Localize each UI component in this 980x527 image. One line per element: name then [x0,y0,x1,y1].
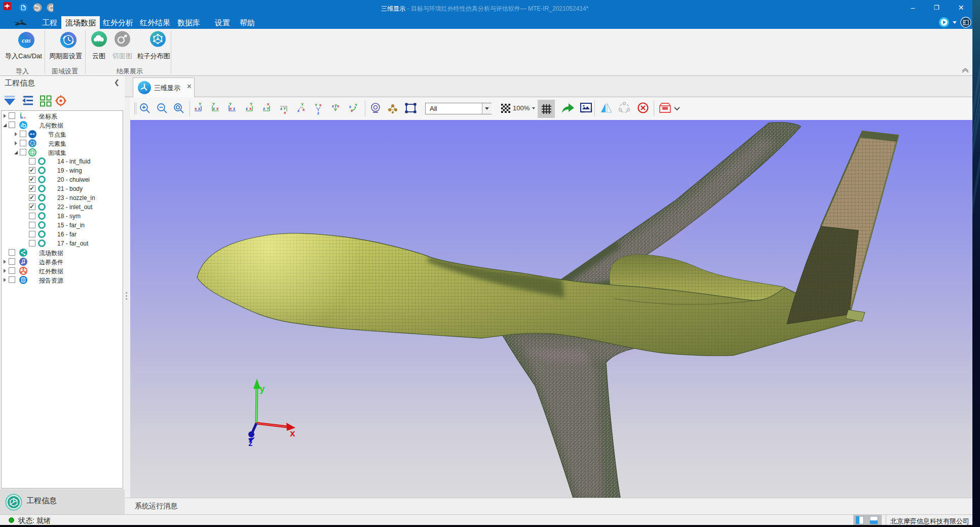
svg-text:x: x [319,103,322,107]
svg-text:Y: Y [334,103,337,108]
svg-text:x: x [230,106,232,111]
svg-text:z: z [198,106,200,111]
svg-text:y: y [259,383,265,394]
svg-text:Y: Y [315,103,318,107]
svg-text:x: x [284,110,286,115]
svg-text:x: x [249,106,252,111]
svg-text:Y: Y [267,106,270,111]
svg-text:Y: Y [250,103,253,106]
svg-text:x: x [216,106,219,111]
svg-text:Y: Y [199,103,202,106]
svg-text:x: x [351,108,353,113]
svg-text:z: z [248,438,253,448]
svg-text:Y: Y [301,103,304,107]
svg-text:z: z [317,111,319,115]
svg-text:z: z [332,104,334,108]
svg-text:Y: Y [20,112,22,115]
svg-text:x: x [303,107,305,112]
svg-text:cas: cas [22,36,30,44]
svg-text:x: x [24,116,26,119]
svg-text:x: x [290,428,295,438]
svg-text:z: z [213,106,215,111]
svg-text:z: z [233,106,235,111]
svg-text:z: z [297,108,299,113]
svg-text:z: z [21,115,23,118]
svg-text:Y: Y [229,103,232,106]
svg-text:x: x [195,106,197,111]
svg-text:z: z [263,106,265,111]
svg-text:Y: Y [212,103,215,106]
svg-text:x: x [267,103,270,106]
svg-text:Y: Y [355,103,358,107]
svg-text:x: x [337,104,340,108]
svg-text:z: z [246,106,248,111]
svg-text:z: z [280,106,282,111]
